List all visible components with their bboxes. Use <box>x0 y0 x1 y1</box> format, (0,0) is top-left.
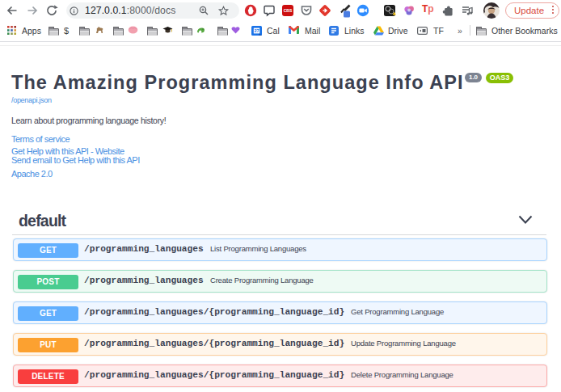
svg-text:27: 27 <box>254 28 259 33</box>
